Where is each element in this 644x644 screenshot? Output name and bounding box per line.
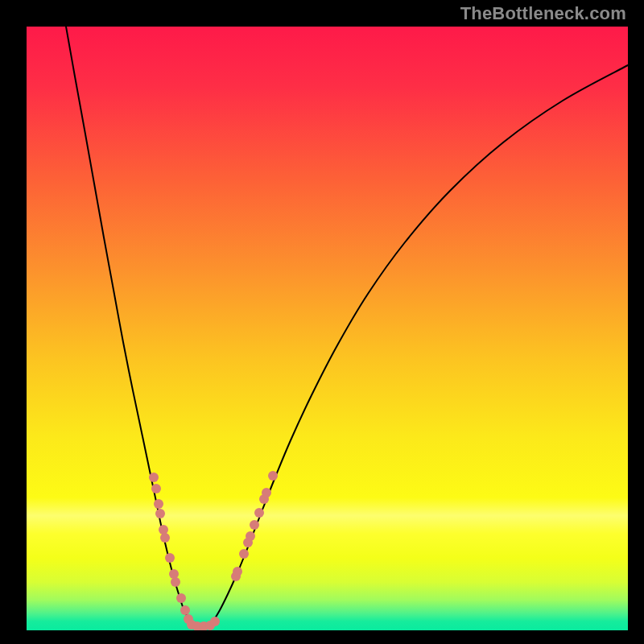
highlight-dot — [149, 473, 159, 482]
highlight-dot — [246, 531, 255, 541]
highlight-dot — [151, 484, 161, 493]
highlight-dot — [250, 520, 259, 530]
highlight-dot — [165, 553, 175, 563]
watermark-text: TheBottleneck.com — [460, 3, 626, 24]
chart-frame: TheBottleneck.com — [0, 0, 644, 644]
highlight-dot — [268, 471, 278, 481]
highlight-dots-group — [149, 471, 278, 630]
highlight-dot — [160, 533, 170, 543]
highlight-dot — [233, 567, 242, 576]
curve-layer — [27, 27, 628, 630]
highlight-dot — [262, 488, 271, 497]
highlight-dot — [169, 569, 179, 579]
bottleneck-curve — [66, 27, 628, 626]
highlight-dot — [180, 605, 190, 615]
highlight-dot — [171, 577, 180, 587]
highlight-dot — [159, 525, 168, 535]
highlight-dot — [254, 508, 264, 518]
highlight-dot — [239, 549, 249, 559]
highlight-dot — [210, 617, 220, 626]
highlight-dot — [154, 499, 163, 509]
plot-area — [27, 27, 628, 630]
highlight-dot — [155, 509, 165, 518]
highlight-dot — [176, 593, 186, 603]
